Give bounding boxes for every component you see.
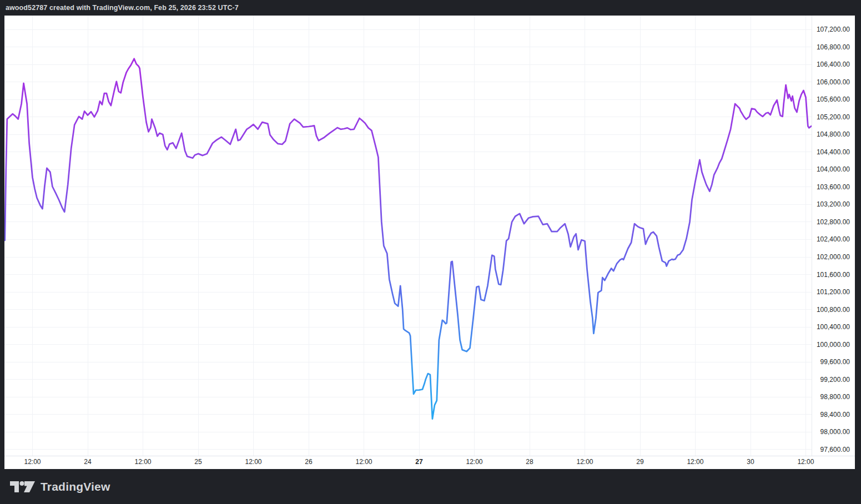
price-tick-label: 103,200.00 xyxy=(817,200,850,209)
price-tick-label: 100,400.00 xyxy=(817,322,850,331)
time-tick-label: 12:00 xyxy=(127,458,160,466)
price-tick-label: 104,000.00 xyxy=(817,165,850,174)
price-tick-label: 101,600.00 xyxy=(817,270,850,279)
price-line xyxy=(5,59,812,419)
tradingview-snapshot-window: awood52787 created with TradingView.com,… xyxy=(0,0,861,504)
price-tick-label: 98,800.00 xyxy=(820,392,850,401)
time-tick-label: 12:00 xyxy=(237,458,270,466)
price-chart-plot[interactable] xyxy=(4,16,812,456)
time-tick-label: 27 xyxy=(402,458,436,466)
price-tick-label: 105,600.00 xyxy=(817,95,850,104)
time-tick-label: 12:00 xyxy=(457,458,491,466)
price-tick-label: 104,400.00 xyxy=(817,148,850,157)
time-tick-label: 12:00 xyxy=(568,458,601,466)
price-scale[interactable]: 107,200.00106,800.00106,400.00106,000.00… xyxy=(812,16,855,456)
price-tick-label: 102,000.00 xyxy=(817,253,850,261)
footer-bar: TradingView xyxy=(0,469,861,504)
price-tick-label: 100,000.00 xyxy=(817,340,850,349)
price-tick-label: 99,200.00 xyxy=(820,375,850,384)
price-tick-label: 99,600.00 xyxy=(820,357,850,366)
left-edge-strip xyxy=(0,16,4,469)
price-tick-label: 100,800.00 xyxy=(817,305,850,314)
time-tick-label: 24 xyxy=(71,458,104,466)
tradingview-logo[interactable]: TradingView xyxy=(10,479,110,495)
price-tick-label: 106,400.00 xyxy=(817,60,850,69)
price-tick-label: 98,400.00 xyxy=(820,410,850,419)
price-tick-label: 106,800.00 xyxy=(817,43,850,52)
attribution-bar: awood52787 created with TradingView.com,… xyxy=(0,0,861,16)
attribution-text: awood52787 created with TradingView.com,… xyxy=(0,4,239,12)
chart-area[interactable]: 107,200.00106,800.00106,400.00106,000.00… xyxy=(0,16,861,469)
tradingview-logo-text: TradingView xyxy=(41,480,110,493)
right-edge-strip xyxy=(855,16,861,469)
time-tick-label: 28 xyxy=(513,458,546,466)
time-scale[interactable]: 12:002412:002512:002612:002712:002812:00… xyxy=(0,456,855,470)
time-tick-label: 12:00 xyxy=(678,458,712,466)
time-tick-label: 12:00 xyxy=(789,458,822,466)
time-tick-label: 26 xyxy=(292,458,325,466)
time-tick-label: 25 xyxy=(182,458,215,466)
price-tick-label: 98,000.00 xyxy=(820,427,850,436)
time-tick-label: 12:00 xyxy=(348,458,381,466)
time-tick-label: 29 xyxy=(623,458,657,466)
price-tick-label: 103,600.00 xyxy=(817,183,850,191)
price-tick-label: 102,400.00 xyxy=(817,235,850,244)
price-tick-label: 107,200.00 xyxy=(817,25,850,34)
price-tick-label: 101,200.00 xyxy=(817,288,850,296)
time-tick-label: 30 xyxy=(734,458,767,466)
time-tick-label: 12:00 xyxy=(16,458,49,466)
price-tick-label: 104,800.00 xyxy=(817,130,850,139)
tradingview-logo-icon xyxy=(10,479,36,495)
price-tick-label: 102,800.00 xyxy=(817,218,850,226)
price-tick-label: 105,200.00 xyxy=(817,113,850,122)
price-tick-label: 97,600.00 xyxy=(820,445,850,454)
price-tick-label: 106,000.00 xyxy=(817,78,850,87)
